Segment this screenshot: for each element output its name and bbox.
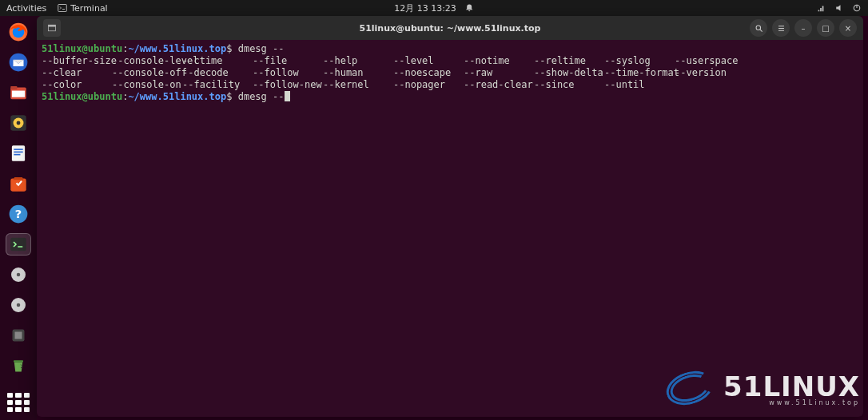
svg-point-29 <box>756 26 761 30</box>
svg-point-11 <box>17 121 21 125</box>
flag-item: --until <box>604 79 675 91</box>
dock-terminal[interactable] <box>6 233 31 256</box>
flag-item: --human <box>323 67 393 79</box>
dock-writer[interactable] <box>6 142 31 164</box>
dock-files[interactable] <box>6 81 31 104</box>
svg-rect-28 <box>49 25 56 26</box>
prompt-user: 51linux@ubuntu <box>42 43 122 54</box>
flag-item: --noescape <box>393 67 464 79</box>
svg-rect-7 <box>10 86 17 89</box>
svg-rect-26 <box>14 360 23 362</box>
svg-rect-0 <box>58 5 67 12</box>
flag-item: --console-on <box>112 79 182 91</box>
svg-rect-13 <box>14 149 22 150</box>
flag-item: --raw <box>464 67 534 79</box>
dock-disc2[interactable] <box>6 294 31 316</box>
titlebar: 51linux@ubuntu: ~/www.51linux.top – □ × <box>37 16 863 40</box>
tab-icon <box>47 23 57 33</box>
app-menu[interactable]: Terminal <box>58 3 108 14</box>
activities-button[interactable]: Activities <box>6 3 46 14</box>
svg-rect-8 <box>12 90 25 97</box>
flag-item: --time-format <box>604 67 675 79</box>
top-panel: Activities Terminal 12月 13 13:23 <box>0 0 868 16</box>
dock-firefox[interactable] <box>6 21 31 43</box>
prompt-path: ~/www.51linux.top <box>128 43 226 54</box>
cursor <box>285 91 290 101</box>
command-line-1: dmesg -- <box>238 43 285 54</box>
flag-item: --syslog <box>604 55 675 67</box>
flag-item: --level <box>393 55 464 67</box>
show-applications[interactable] <box>7 393 30 412</box>
activities-label: Activities <box>6 3 46 14</box>
dock-help[interactable]: ? <box>6 203 31 225</box>
completion-list: --buffer-size--console-level--ctime--fil… <box>42 55 858 91</box>
hamburger-icon <box>777 24 786 33</box>
flag-item: --facility <box>182 79 253 91</box>
flag-item: --userspace <box>675 55 745 67</box>
flag-item: --follow-new <box>253 79 323 91</box>
app-menu-label: Terminal <box>70 3 108 14</box>
volume-icon[interactable] <box>834 3 844 13</box>
svg-rect-2 <box>856 5 857 8</box>
flag-item: --since <box>534 79 604 91</box>
flag-item: --clear <box>42 67 112 79</box>
svg-rect-19 <box>10 237 26 251</box>
flag-item: --reltime <box>534 55 604 67</box>
dock-rhythmbox[interactable] <box>6 112 31 134</box>
flag-item: --decode <box>182 67 253 79</box>
dock-thunderbird[interactable] <box>6 51 31 73</box>
flag-item: --color <box>42 79 112 91</box>
close-button[interactable]: × <box>839 19 857 37</box>
flag-item: --console-level <box>112 55 182 67</box>
minimize-button[interactable]: – <box>794 19 812 37</box>
flag-item: --version <box>675 67 745 79</box>
dock: ? <box>0 16 37 420</box>
flag-item: --help <box>323 55 393 67</box>
clock[interactable]: 12月 13 13:23 <box>394 2 456 14</box>
flag-item: --buffer-size <box>42 55 112 67</box>
prompt-symbol: $ <box>226 43 232 54</box>
flag-item: --read-clear <box>464 79 534 91</box>
flag-item: --notime <box>464 55 534 67</box>
svg-text:?: ? <box>15 206 22 220</box>
svg-point-21 <box>17 272 21 276</box>
prompt-path: ~/www.51linux.top <box>128 91 226 102</box>
flag-item: --file <box>253 55 323 67</box>
prompt-user: 51linux@ubuntu <box>42 91 122 102</box>
command-line-2: dmesg -- <box>238 91 285 102</box>
svg-rect-15 <box>14 154 20 156</box>
search-button[interactable] <box>750 19 767 37</box>
power-icon[interactable] <box>852 3 862 13</box>
network-icon[interactable] <box>815 3 826 13</box>
flag-item: --ctime <box>182 55 253 67</box>
svg-rect-14 <box>14 151 22 153</box>
notifications-icon[interactable] <box>464 3 474 13</box>
new-tab-button[interactable] <box>43 19 61 37</box>
svg-rect-25 <box>15 331 22 339</box>
dock-trash[interactable] <box>6 355 31 377</box>
svg-point-23 <box>17 303 21 307</box>
dock-tool[interactable] <box>6 324 31 347</box>
flag-item: --console-off <box>112 67 182 79</box>
maximize-button[interactable]: □ <box>817 19 834 37</box>
prompt-symbol: $ <box>226 91 232 102</box>
menu-button[interactable] <box>772 19 790 37</box>
window-title: 51linux@ubuntu: ~/www.51linux.top <box>360 23 541 34</box>
flag-item: --show-delta <box>534 67 604 79</box>
terminal-body[interactable]: 51linux@ubuntu:~/www.51linux.top$ dmesg … <box>37 40 863 417</box>
dock-disc1[interactable] <box>6 263 31 286</box>
dock-software[interactable] <box>6 172 31 195</box>
flag-item: --follow <box>253 67 323 79</box>
flag-item: --kernel <box>323 79 393 91</box>
terminal-icon <box>58 3 67 13</box>
flag-item <box>675 79 745 91</box>
flag-item: --nopager <box>393 79 464 91</box>
terminal-window: 51linux@ubuntu: ~/www.51linux.top – □ × … <box>37 16 863 417</box>
search-icon <box>755 24 763 33</box>
svg-rect-12 <box>12 145 25 161</box>
